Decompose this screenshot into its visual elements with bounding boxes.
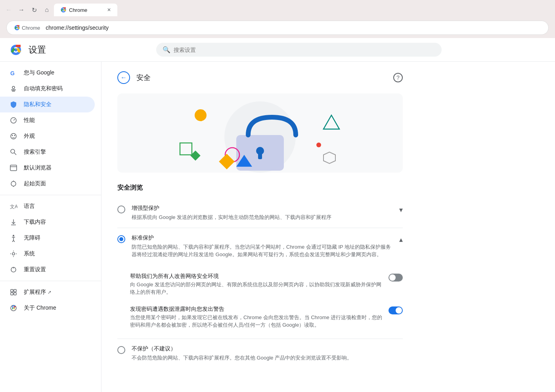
sidebar-item-reset[interactable]: 重置设置 (0, 262, 95, 278)
address-url: chrome://settings/security (46, 25, 544, 31)
back-button[interactable]: ← (3, 4, 14, 15)
forward-button[interactable]: → (16, 4, 27, 15)
sidebar-item-downloads[interactable]: 下载内容 (0, 214, 95, 230)
chrome-logo-icon (14, 25, 20, 31)
svg-point-12 (12, 135, 13, 136)
appearance-icon (10, 132, 17, 140)
reset-icon (10, 266, 17, 274)
svg-point-13 (14, 135, 15, 136)
sidebar-item-startup[interactable]: 起始页面 (0, 176, 95, 192)
password-breach-desc: 当您使用某个密码时，如果发现它已被在线发布，Chrome 会向您发出警告。当 C… (130, 314, 384, 329)
home-button[interactable]: ⌂ (41, 4, 52, 15)
autofill-icon (10, 85, 17, 93)
tab-favicon (60, 7, 67, 13)
search-box[interactable]: 🔍 (156, 43, 442, 57)
standard-protection-title: 标准保护 (132, 234, 393, 242)
sidebar-divider-2 (0, 281, 101, 281)
chrome-badge: Chrome (11, 24, 42, 32)
extensions-label-row: 扩展程序 ➚ (24, 289, 52, 296)
standard-protection-desc: 防范已知危险的网站、下载内容和扩展程序。当您访问某个网站时，Chrome 会通过… (132, 243, 393, 259)
enhanced-protection-chevron[interactable]: ▾ (399, 206, 403, 214)
sidebar-item-google[interactable]: G 您与 Google (0, 65, 95, 81)
search-engine-icon (10, 148, 17, 156)
settings-window: 设置 🔍 G 您与 Google 自动填充和密码 (0, 38, 555, 392)
sidebar-item-language[interactable]: 文A 语言 (0, 198, 95, 214)
sidebar-label-system: 系统 (24, 250, 35, 257)
sidebar-label-google: 您与 Google (24, 69, 54, 76)
enhanced-protection-radio[interactable] (117, 206, 125, 213)
tab-close-button[interactable]: ✕ (107, 7, 111, 13)
language-icon: 文A (10, 202, 17, 210)
sidebar-label-privacy: 隐私和安全 (24, 101, 52, 108)
settings-chrome-logo (10, 44, 22, 56)
improve-safety-desc: 向 Google 发送您访问的部分网页的网址、有限的系统信息以及部分网页内容，以… (130, 281, 384, 296)
sidebar-item-system[interactable]: 系统 (0, 246, 95, 262)
enhanced-protection-title: 增强型保护 (132, 205, 393, 212)
sidebar-label-accessibility: 无障碍 (24, 234, 40, 242)
sidebar-item-accessibility[interactable]: 无障碍 (0, 230, 95, 246)
sidebar-item-extensions[interactable]: 扩展程序 ➚ (0, 284, 95, 300)
sidebar-item-performance[interactable]: 性能 (0, 112, 95, 128)
password-breach-title: 发现密码遭遇数据泄露时向您发出警告 (130, 306, 384, 313)
browser-tab[interactable]: Chrome ✕ (54, 4, 117, 16)
sidebar-label-appearance: 外观 (24, 133, 35, 140)
svg-point-7 (12, 86, 15, 89)
downloads-icon (10, 218, 17, 226)
sidebar-item-about[interactable]: 关于 Chrome (0, 300, 95, 316)
standard-protection-option: 标准保护 防范已知危险的网站、下载内容和扩展程序。当您访问某个网站时，Chrom… (117, 228, 403, 339)
svg-point-38 (195, 109, 207, 121)
reload-button[interactable]: ↻ (29, 4, 40, 15)
sidebar-item-appearance[interactable]: 外观 (0, 128, 95, 144)
tab-bar: ← → ↻ ⌂ Chrome ✕ (0, 0, 555, 17)
system-icon (10, 250, 17, 258)
help-icon[interactable]: ? (393, 73, 403, 82)
no-protection-desc: 不会防范危险的网站、下载内容和扩展程序。您在其他 Google 产品中的安全浏览… (132, 354, 403, 362)
search-input[interactable] (174, 47, 435, 53)
sidebar-label-downloads: 下载内容 (24, 219, 46, 226)
improve-safety-toggle[interactable] (388, 274, 403, 282)
svg-line-15 (14, 153, 16, 155)
chrome-badge-text: Chrome (22, 25, 40, 31)
address-bar[interactable]: Chrome chrome://settings/security (6, 21, 549, 35)
enhanced-protection-option: 增强型保护 根据系统向 Google 发送的浏览数据，实时地主动防范危险的网站、… (117, 198, 403, 228)
password-breach-content: 发现密码遭遇数据泄露时向您发出警告 当您使用某个密码时，如果发现它已被在线发布，… (130, 306, 384, 329)
enhanced-protection-desc: 根据系统向 Google 发送的浏览数据，实时地主动防范危险的网站、下载内容和扩… (132, 213, 393, 221)
sidebar-label-language: 语言 (24, 203, 35, 210)
svg-text:G: G (10, 70, 15, 76)
svg-rect-8 (11, 89, 16, 90)
settings-search: 🔍 (156, 43, 442, 57)
sidebar-label-startup: 起始页面 (24, 180, 46, 187)
default-browser-icon (10, 164, 17, 172)
standard-protection-chevron[interactable]: ▴ (399, 235, 403, 244)
back-to-privacy-button[interactable]: ← 安全 (117, 71, 151, 84)
sidebar-item-autofill[interactable]: 自动填充和密码 (0, 81, 95, 97)
sidebar-label-about: 关于 Chrome (24, 304, 56, 312)
standard-protection-radio[interactable] (117, 235, 125, 243)
sidebar-item-search[interactable]: 搜索引擎 (0, 144, 95, 160)
svg-rect-27 (11, 289, 13, 292)
svg-rect-30 (14, 293, 16, 295)
panel-title: 安全 (136, 73, 151, 82)
svg-point-24 (12, 253, 15, 255)
improve-safety-option: 帮助我们为所有人改善网络安全环境 向 Google 发送您访问的部分网页的网址、… (117, 270, 403, 299)
enhanced-protection-content: 增强型保护 根据系统向 Google 发送的浏览数据，实时地主动防范危险的网站、… (132, 205, 393, 221)
password-breach-toggle[interactable] (388, 306, 403, 314)
main-content: ← 安全 ? (101, 62, 555, 392)
sidebar: G 您与 Google 自动填充和密码 隐私和安全 (0, 62, 101, 392)
panel-header: ← 安全 ? (117, 71, 403, 84)
startup-icon (10, 180, 17, 188)
sidebar-item-browser[interactable]: 默认浏览器 (0, 160, 95, 176)
performance-icon (10, 116, 17, 124)
svg-rect-29 (11, 293, 13, 295)
no-protection-option: 不保护（不建议） 不会防范危险的网站、下载内容和扩展程序。您在其他 Google… (117, 339, 403, 368)
sidebar-item-privacy[interactable]: 隐私和安全 (0, 97, 95, 112)
nav-buttons: ← → ↻ ⌂ (3, 4, 52, 15)
standard-sub-options: 帮助我们为所有人改善网络安全环境 向 Google 发送您访问的部分网页的网址、… (117, 265, 403, 332)
svg-rect-16 (10, 165, 17, 171)
no-protection-content: 不保护（不建议） 不会防范危险的网站、下载内容和扩展程序。您在其他 Google… (132, 345, 403, 362)
no-protection-radio[interactable] (117, 346, 125, 354)
accessibility-icon (10, 234, 17, 242)
security-hero-svg (117, 93, 403, 173)
settings-body: G 您与 Google 自动填充和密码 隐私和安全 (0, 62, 555, 392)
address-bar-row: Chrome chrome://settings/security (0, 17, 555, 38)
